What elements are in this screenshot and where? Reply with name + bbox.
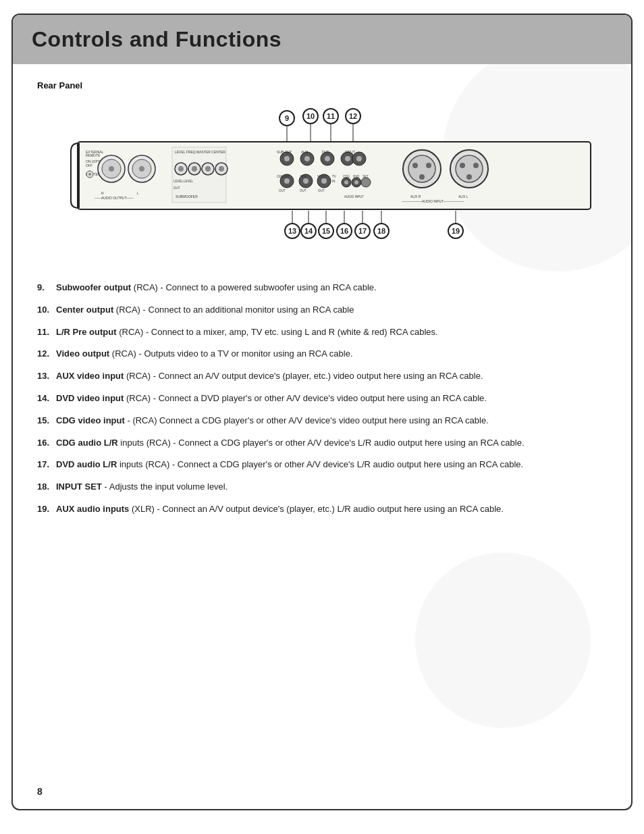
list-item: 11.L/R Pre output (RCA) - Connect to a m… bbox=[37, 325, 607, 340]
svg-text:AUX: AUX bbox=[301, 150, 308, 154]
svg-text:9: 9 bbox=[285, 114, 289, 122]
svg-point-44 bbox=[284, 156, 290, 161]
svg-text:——————AUDIO INPUT——————: ——————AUDIO INPUT—————— bbox=[402, 199, 464, 203]
item-text: INPUT SET - Adjusts the input volume lev… bbox=[56, 480, 227, 494]
svg-point-82 bbox=[412, 163, 418, 168]
svg-point-23 bbox=[192, 166, 197, 172]
svg-text:LEVEL  LEVEL: LEVEL LEVEL bbox=[173, 180, 194, 183]
svg-text:16: 16 bbox=[340, 227, 348, 235]
list-item: 9.Subwoofer output (RCA) - Connect to a … bbox=[37, 281, 607, 295]
item-label-bold: Video output bbox=[56, 348, 109, 359]
item-text: DVD video input (RCA) - Connect a DVD pl… bbox=[56, 392, 487, 406]
svg-text:AUDIO INPUT: AUDIO INPUT bbox=[344, 195, 364, 199]
svg-point-9 bbox=[109, 166, 114, 172]
item-label-paren: (RCA) bbox=[109, 348, 136, 359]
item-text: CDG video input - (RCA) Connect a CDG pl… bbox=[56, 414, 489, 428]
svg-text:19: 19 bbox=[452, 227, 460, 235]
svg-point-17 bbox=[88, 173, 91, 176]
item-label-bold: CDG video input bbox=[56, 415, 125, 425]
svg-text:REMOTE: REMOTE bbox=[86, 153, 101, 157]
item-text: Video output (RCA) - Outputs video to a … bbox=[56, 347, 353, 361]
svg-text:11: 11 bbox=[327, 112, 335, 120]
svg-point-58 bbox=[284, 178, 290, 184]
item-text: DVD audio L/R inputs (RCA) - Connect a C… bbox=[56, 458, 523, 472]
svg-text:OUT: OUT bbox=[279, 189, 286, 192]
item-text: Center output (RCA) - Connect to an addi… bbox=[56, 303, 354, 317]
svg-point-73 bbox=[344, 180, 348, 184]
item-number: 9. bbox=[37, 281, 56, 295]
svg-point-47 bbox=[304, 156, 310, 161]
svg-text:DVD: DVD bbox=[322, 150, 329, 154]
svg-point-21 bbox=[178, 166, 184, 172]
item-text: AUX audio inputs (XLR) - Connect an A/V … bbox=[56, 502, 504, 517]
item-number: 15. bbox=[37, 414, 56, 428]
svg-text:IN: IN bbox=[332, 180, 336, 183]
item-number: 14. bbox=[37, 392, 56, 406]
page-number: 8 bbox=[37, 786, 43, 797]
item-number: 16. bbox=[37, 436, 56, 450]
list-item: 18.INPUT SET - Adjusts the input volume … bbox=[37, 480, 607, 494]
svg-point-76 bbox=[354, 180, 358, 184]
item-label-paren: (RCA) bbox=[124, 393, 151, 403]
svg-text:12: 12 bbox=[349, 112, 357, 120]
item-label-paren: (RCA) bbox=[124, 371, 151, 381]
svg-point-62 bbox=[303, 178, 308, 184]
svg-point-50 bbox=[325, 156, 330, 161]
item-label-paren: (XLR) bbox=[129, 504, 155, 514]
item-number: 12. bbox=[37, 347, 56, 361]
svg-text:AUX R: AUX R bbox=[410, 194, 421, 199]
list-item: 16.CDG audio L/R inputs (RCA) - Connect … bbox=[37, 436, 607, 450]
descriptions-list: 9.Subwoofer output (RCA) - Connect to a … bbox=[37, 281, 607, 517]
item-label-bold: L/R Pre output bbox=[56, 327, 117, 337]
item-label-bold: AUX audio inputs bbox=[56, 504, 129, 514]
item-label-bold: DVD audio L/R bbox=[56, 459, 117, 469]
list-item: 12.Video output (RCA) - Outputs video to… bbox=[37, 347, 607, 361]
svg-text:INPUT: INPUT bbox=[345, 150, 355, 154]
svg-text:R: R bbox=[101, 191, 104, 195]
item-text: CDG audio L/R inputs (RCA) - Connect a C… bbox=[56, 436, 525, 450]
svg-text:18: 18 bbox=[377, 227, 385, 235]
svg-text:AUX L: AUX L bbox=[458, 194, 468, 199]
item-text: AUX video input (RCA) - Connect an A/V o… bbox=[56, 369, 483, 384]
diagram-area: EXTERNAL REMOTE ON (OPTIONAL) OFF EXCITE… bbox=[37, 101, 607, 259]
title-bar: Controls and Functions bbox=[13, 15, 631, 64]
svg-text:OUT: OUT bbox=[173, 186, 180, 190]
item-text: Subwoofer output (RCA) - Connect to a po… bbox=[56, 281, 377, 295]
item-label-paren: (RCA) bbox=[131, 282, 158, 292]
svg-point-90 bbox=[466, 174, 472, 180]
rear-panel-diagram: EXTERNAL REMOTE ON (OPTIONAL) OFF EXCITE… bbox=[37, 101, 604, 257]
svg-point-53 bbox=[345, 156, 350, 161]
svg-point-89 bbox=[473, 163, 479, 168]
svg-point-78 bbox=[361, 178, 371, 187]
item-label-bold: AUX video input bbox=[56, 371, 124, 381]
svg-text:VIDEO: VIDEO bbox=[317, 175, 327, 178]
svg-text:10: 10 bbox=[306, 112, 315, 120]
item-label-paren: (RCA) bbox=[113, 305, 140, 315]
svg-text:14: 14 bbox=[304, 227, 313, 235]
svg-text:L: L bbox=[137, 191, 139, 195]
item-label-bold: INPUT SET bbox=[56, 481, 102, 492]
svg-point-25 bbox=[205, 166, 211, 172]
item-number: 13. bbox=[37, 369, 56, 384]
item-label-paren: inputs (RCA) bbox=[117, 459, 169, 469]
page-content: Rear Panel EXTERNAL REMOTE ON (OPTIONAL)… bbox=[13, 64, 631, 549]
svg-point-66 bbox=[321, 178, 327, 184]
list-item: 17.DVD audio L/R inputs (RCA) - Connect … bbox=[37, 458, 607, 472]
svg-text:LEVEL  FREQ  MASTER CENTER: LEVEL FREQ MASTER CENTER bbox=[175, 150, 225, 154]
svg-text:PRE: PRE bbox=[300, 175, 306, 178]
item-label-paren: (RCA) bbox=[117, 327, 144, 337]
svg-point-55 bbox=[356, 156, 362, 161]
svg-text:OFF: OFF bbox=[86, 163, 92, 167]
item-number: 17. bbox=[37, 458, 56, 472]
item-label-paren: inputs (RCA) bbox=[118, 438, 171, 448]
svg-text:TV: TV bbox=[332, 175, 336, 178]
list-item: 15.CDG video input - (RCA) Connect a CDG… bbox=[37, 414, 607, 428]
page-title: Controls and Functions bbox=[32, 27, 612, 52]
rear-panel-label: Rear Panel bbox=[37, 80, 607, 90]
page-container: Controls and Functions Rear Panel EXTERN… bbox=[11, 14, 633, 810]
svg-text:SUBWOOFER: SUBWOOFER bbox=[176, 194, 198, 199]
list-item: 19.AUX audio inputs (XLR) - Connect an A… bbox=[37, 502, 607, 517]
item-label-bold: DVD video input bbox=[56, 393, 124, 403]
svg-point-83 bbox=[426, 163, 431, 168]
svg-text:SUB OUT: SUB OUT bbox=[277, 150, 292, 154]
